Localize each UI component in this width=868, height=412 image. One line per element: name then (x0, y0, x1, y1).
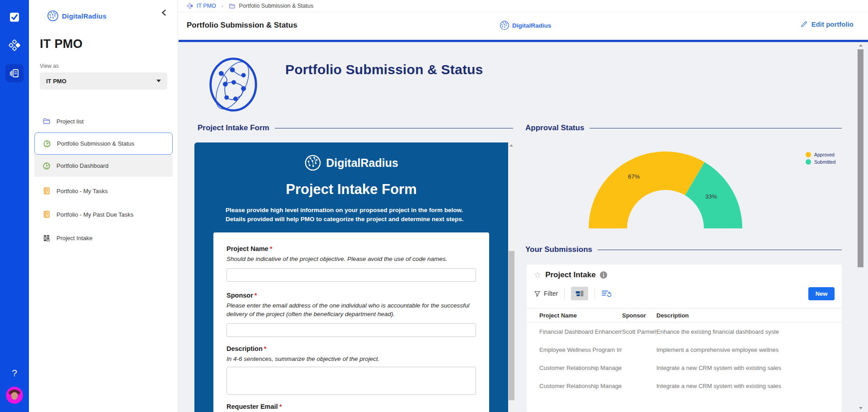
dynamic-view-button[interactable] (601, 289, 611, 298)
header-brand: DigitalRadius (500, 20, 551, 30)
gauge-value-approved: 67% (628, 173, 640, 180)
table-row[interactable]: Financial Dashboard Enhancement Scott Pa… (527, 322, 842, 341)
notebook-icon (42, 210, 51, 218)
project-name-input[interactable] (226, 268, 476, 282)
legend-swatch-approved (806, 152, 811, 157)
sidebar-item-label: Portfolio - My Tasks (57, 188, 108, 194)
card-view-toggle[interactable] (571, 287, 588, 300)
legend-item-approved[interactable]: Approved (806, 152, 835, 157)
legend-item-submitted[interactable]: Submitted (806, 159, 835, 165)
section-heading-text: Approval Status (525, 123, 584, 133)
sidebar-item-portfolio-my-past-due-tasks[interactable]: Portfolio - My Past Due Tasks (34, 204, 173, 224)
digitalradius-logo-icon (47, 10, 59, 22)
approval-status-gauge (589, 149, 742, 231)
section-heading-rule (275, 128, 513, 128)
sidebar-item-project-intake[interactable]: Project Intake (34, 228, 173, 248)
form-title: Project Intake Form (194, 181, 508, 198)
favorite-star-icon[interactable]: ☆ (534, 270, 541, 280)
network-globe-logo (204, 56, 262, 114)
breadcrumb: IT PMO › Portfolio Submission & Status (179, 0, 868, 12)
sidebar-brand: DigitalRadius (47, 10, 106, 22)
info-icon[interactable] (600, 271, 607, 279)
reports-icon[interactable] (5, 64, 24, 82)
field-project-name: Project Name* Should be indicative of th… (226, 245, 476, 282)
left-rail: ? (0, 0, 29, 412)
app-check-logo-icon[interactable] (5, 8, 24, 26)
form-scrollbar[interactable] (508, 142, 515, 412)
column-header-sponsor[interactable]: Sponsor (622, 312, 656, 319)
card-view-icon (575, 289, 584, 298)
column-header-project-name[interactable]: Project Name (539, 312, 622, 319)
column-header-description[interactable]: Description (656, 312, 842, 319)
cell-description: Enhance the existing financial dashboard… (656, 328, 842, 335)
section-heading-rule (598, 250, 842, 250)
table-row[interactable]: Employee Wellness Program Implementation… (527, 341, 842, 359)
page-scrollbar-thumb[interactable] (858, 49, 863, 267)
sidebar-item-label: Project Intake (57, 235, 93, 242)
submissions-card-header: ☆ Project Intake (534, 270, 607, 280)
gauge-value-submitted: 33% (705, 193, 717, 200)
workspace-title: IT PMO (40, 37, 83, 51)
view-as-select[interactable]: IT PMO (40, 72, 167, 90)
sidebar-item-portfolio-dashboard[interactable]: Portfolio Dashboard (34, 155, 173, 177)
pie-chart-icon (42, 162, 51, 170)
form-brand-text: DigitalRadius (326, 156, 398, 170)
required-asterisk: * (264, 345, 267, 352)
description-textarea[interactable] (226, 367, 476, 395)
app-window: ? DigitalRadius IT PMO View as IT PMO Pr… (0, 0, 868, 412)
sidebar-brand-text: DigitalRadius (62, 12, 106, 20)
dashboard-content: Portfolio Submission & Status Project In… (178, 42, 868, 412)
form-brand: DigitalRadius (304, 154, 398, 171)
sidebar: DigitalRadius IT PMO View as IT PMO Proj… (29, 0, 178, 412)
chevron-down-icon (156, 80, 161, 82)
list-refresh-icon (601, 289, 611, 298)
breadcrumb-separator: › (222, 3, 223, 9)
required-asterisk: * (255, 292, 257, 299)
sponsor-input[interactable] (226, 323, 476, 337)
sidebar-item-portfolio-my-tasks[interactable]: Portfolio - My Tasks (34, 181, 173, 201)
header-brand-text: DigitalRadius (512, 22, 551, 29)
page-scrollbar[interactable] (857, 42, 864, 412)
page-title: Portfolio Submission & Status (187, 21, 297, 30)
grid-icon (42, 234, 51, 242)
table-header-row: Project Name Sponsor Description (527, 308, 842, 322)
folder-icon (42, 117, 51, 125)
breadcrumb-root-link[interactable]: IT PMO (197, 3, 216, 9)
field-label: Sponsor* (226, 292, 476, 299)
table-row[interactable]: Customer Relationship Management (CRM) I… (527, 377, 842, 395)
filter-button[interactable]: Filter (534, 290, 558, 297)
cell-description: Implement a comprehensive employee welln… (656, 346, 842, 353)
toolbar-divider (564, 288, 565, 299)
collapse-sidebar-button[interactable] (160, 9, 168, 16)
form-intro: Please provide high level information on… (226, 206, 477, 223)
scroll-up-icon[interactable] (859, 44, 863, 47)
legend-swatch-submitted (806, 159, 811, 165)
project-intake-form-widget: DigitalRadius Project Intake Form Please… (194, 142, 508, 412)
form-scrollbar-thumb[interactable] (509, 251, 514, 400)
sidebar-item-label: Portfolio Dashboard (57, 162, 108, 169)
pie-chart-icon (43, 140, 51, 148)
section-heading-rule (590, 128, 842, 128)
user-avatar[interactable] (6, 387, 23, 404)
required-asterisk: * (270, 245, 273, 252)
pencil-icon (800, 20, 808, 28)
edit-portfolio-button[interactable]: Edit portfolio (800, 20, 854, 28)
sidebar-item-portfolio-submission-status[interactable]: Portfolio Submission & Status (34, 133, 173, 155)
section-heading-approval-status: Approval Status (525, 123, 842, 133)
solution-center-icon[interactable] (5, 36, 24, 54)
required-asterisk: * (279, 403, 282, 410)
gauge-slice-approved[interactable] (589, 152, 705, 228)
help-button[interactable]: ? (12, 368, 17, 379)
dashboard-title: Portfolio Submission & Status (285, 62, 483, 77)
submissions-card-title: Project Intake (545, 270, 596, 279)
page-header: Portfolio Submission & Status DigitalRad… (179, 12, 868, 40)
sidebar-item-project-list[interactable]: Project list (34, 111, 173, 131)
scroll-down-icon[interactable] (859, 407, 863, 409)
legend-label: Approved (814, 152, 835, 157)
section-heading-text: Project Intake Form (198, 123, 269, 133)
scroll-up-icon[interactable] (509, 144, 513, 147)
form-fields-card: Project Name* Should be indicative of th… (213, 232, 489, 412)
submissions-toolbar: Filter New (534, 286, 835, 301)
table-row[interactable]: Customer Relationship Management (CRM) I… (527, 359, 842, 377)
new-button[interactable]: New (808, 287, 835, 300)
